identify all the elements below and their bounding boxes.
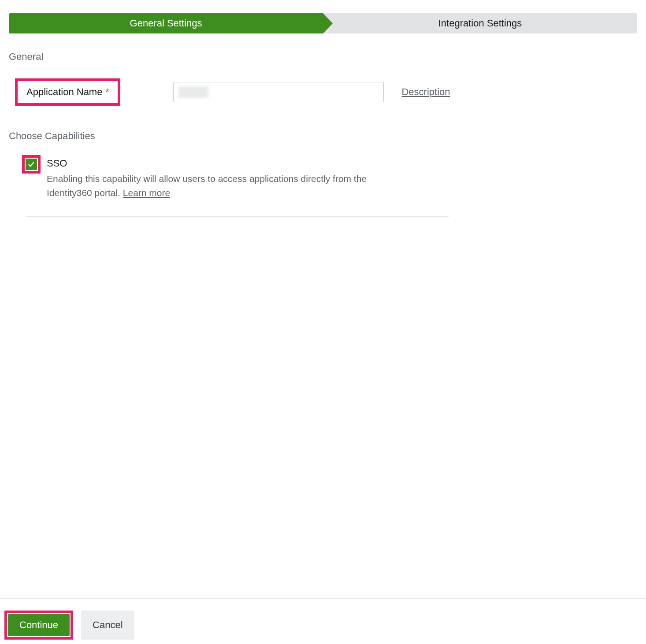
learn-more-link[interactable]: Learn more — [123, 188, 170, 198]
app-name-label-highlight: Application Name * — [15, 78, 120, 106]
description-link[interactable]: Description — [401, 86, 450, 98]
required-asterisk: * — [105, 86, 109, 97]
cancel-button[interactable]: Cancel — [81, 611, 134, 640]
check-icon — [27, 160, 35, 168]
step-label: Integration Settings — [438, 18, 522, 29]
sso-description-text: Enabling this capability will allow user… — [47, 174, 367, 198]
application-name-row: Application Name * Description — [15, 78, 646, 106]
continue-button[interactable]: Continue — [8, 614, 70, 636]
app-name-label: Application Name — [26, 86, 102, 97]
footer-actions: Continue Cancel — [0, 598, 646, 640]
sso-title: SSO — [47, 158, 408, 169]
app-name-value-blurred — [178, 86, 208, 98]
step-general-settings[interactable]: General Settings — [9, 13, 323, 33]
capability-divider — [26, 216, 449, 217]
sso-description: Enabling this capability will allow user… — [47, 172, 408, 200]
sso-content: SSO Enabling this capability will allow … — [47, 155, 408, 200]
wizard-stepper: General Settings Integration Settings — [9, 13, 637, 33]
capability-sso-row: SSO Enabling this capability will allow … — [22, 155, 646, 200]
capabilities-section-heading: Choose Capabilities — [9, 130, 646, 142]
capabilities-section: Choose Capabilities SSO Enabling this ca… — [0, 130, 646, 217]
sso-checkbox[interactable] — [26, 159, 37, 170]
step-integration-settings[interactable]: Integration Settings — [323, 13, 637, 33]
sso-checkbox-highlight — [22, 155, 41, 174]
continue-button-highlight: Continue — [4, 611, 73, 640]
step-label: General Settings — [130, 18, 202, 29]
app-name-input-wrap — [173, 82, 384, 102]
general-section-heading: General — [9, 51, 646, 63]
